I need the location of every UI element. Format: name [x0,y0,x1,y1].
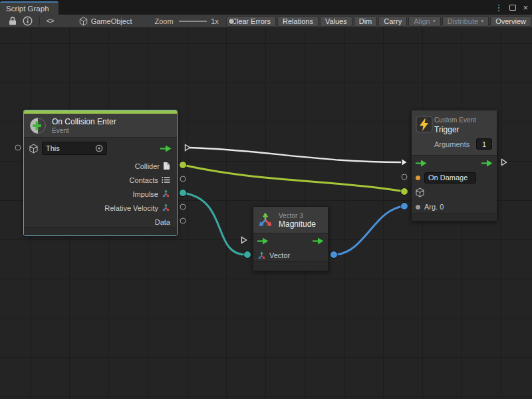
arguments-count-field[interactable]: 1 [476,138,492,150]
port-row-impulse[interactable]: Impulse [24,187,177,201]
gameobject-label: GameObject [91,17,132,25]
node-title: Magnitude [279,219,316,229]
custom-event-control-out-triangle[interactable] [501,158,507,166]
port-row-vector[interactable]: Vector [253,248,328,263]
control-flow-row [412,156,497,170]
zoom-slider-handle[interactable] [228,18,235,25]
maximize-icon[interactable] [509,5,516,11]
node-on-collision-enter[interactable]: On Collision Enter Event This Collider C… [23,110,178,236]
script-graph-window: Script Graph ⋮ × <> GameObject Zoom 1x C… [0,0,532,399]
target-object-field[interactable]: This [42,142,107,155]
dim-button[interactable]: Dim [354,16,378,27]
port-arg0-input[interactable] [401,203,408,209]
port-row-relative-velocity[interactable]: Relative Velocity [24,201,177,215]
node-footer [24,227,177,235]
port-row-collider[interactable]: Collider [24,159,177,173]
tab-bar: Script Graph ⋮ × [0,0,532,15]
port-relative-velocity-output[interactable] [180,204,186,210]
node-footer [253,261,328,271]
relations-button[interactable]: Relations [277,16,319,27]
node-footer [412,213,497,221]
gameobject-reference[interactable]: GameObject [79,17,132,26]
custom-event-lightning-icon [416,116,433,133]
wire-collider-to-target[interactable] [183,165,404,192]
node-vector3-magnitude[interactable]: Vector 3 Magnitude Vector [253,206,329,271]
magnitude-control-in-triangle[interactable] [241,236,247,244]
node-header: Custom Event Trigger Arguments 1 [412,110,497,156]
port-contacts-output[interactable] [180,176,186,182]
port-row-arg0[interactable]: Arg. 0 [412,200,497,214]
control-input-arrow-icon[interactable] [416,160,427,167]
lock-icon[interactable] [5,15,20,27]
control-output-arrow-icon[interactable] [313,237,324,245]
port-oce-target-input[interactable] [15,145,21,151]
zoom-label: Zoom [154,17,173,25]
value-port-icon [416,205,420,209]
control-flow-row [253,233,328,248]
port-collider-output[interactable] [180,162,186,168]
node-title: On Collision Enter [52,117,116,126]
port-row-target[interactable] [412,185,497,200]
zoom-slider[interactable] [179,17,207,25]
port-event-name-input[interactable] [402,174,408,180]
gameobject-cube-icon [416,188,424,198]
edit-script-icon[interactable]: <> [43,15,56,27]
port-row-contacts[interactable]: Contacts [24,173,177,187]
info-icon[interactable] [20,15,35,27]
string-port-icon [416,176,420,180]
port-custom-event-target-input[interactable] [401,188,408,195]
port-row-event-name[interactable]: On Damage [412,170,497,185]
control-input-arrow-icon[interactable] [257,237,269,245]
node-subtitle: Event [52,127,116,134]
node-header: Vector 3 Magnitude [253,207,328,233]
custom-event-control-in-triangle[interactable] [401,158,408,166]
node-category: Custom Event [434,116,476,124]
chevron-down-icon: ▾ [481,18,483,24]
tab-script-graph[interactable]: Script Graph [0,1,59,15]
vector3-icon [257,251,266,260]
port-magnitude-result-output[interactable] [331,251,337,258]
graph-canvas[interactable]: On Collision Enter Event This Collider C… [0,28,532,399]
wire-impulse-to-vector[interactable] [183,193,246,255]
port-impulse-output[interactable] [180,190,186,196]
vector3-icon [162,203,170,212]
collider-file-icon [163,162,170,170]
align-dropdown[interactable]: Align ▾ [408,16,440,27]
chevron-down-icon: ▾ [433,18,436,24]
graph-toolbar: <> GameObject Zoom 1x Clear Errors Relat… [0,15,532,28]
gameobject-cube-icon [79,17,88,26]
port-data-output[interactable] [180,218,186,224]
zoom-slider-track[interactable] [179,21,207,22]
distribute-dropdown[interactable]: Distribute ▾ [442,16,489,27]
zoom-value: 1x [211,17,219,25]
node-category: Vector 3 [279,212,316,219]
node-trigger-custom-event[interactable]: Custom Event Trigger Arguments 1 On Dama… [411,110,497,221]
gameobject-cube-icon [29,144,38,154]
node-header: On Collision Enter Event [24,114,177,138]
vector3-icon [257,212,273,228]
contacts-list-icon [162,176,170,184]
tab-title: Script Graph [6,5,49,13]
port-magnitude-vector-input[interactable] [244,251,251,258]
values-button[interactable]: Values [320,16,352,27]
object-picker-icon[interactable] [95,144,103,152]
wire-start-triangle[interactable] [184,144,191,152]
vector3-icon [162,190,170,198]
carry-button[interactable]: Carry [378,16,407,27]
close-icon[interactable]: × [523,3,528,12]
kebab-menu-icon[interactable]: ⋮ [494,3,503,13]
control-output-arrow-icon[interactable] [481,160,493,167]
wire-control-flow[interactable] [189,148,401,162]
control-output-arrow-icon[interactable] [160,145,172,152]
port-row-data[interactable]: Data [24,215,177,229]
wire-magnitude-to-arg0[interactable] [334,206,404,255]
node-title: Trigger [434,125,460,134]
arguments-label: Arguments [434,140,469,148]
overview-button[interactable]: Overview [490,16,531,27]
event-name-field[interactable]: On Damage [424,172,476,184]
collision-event-icon [29,117,47,134]
